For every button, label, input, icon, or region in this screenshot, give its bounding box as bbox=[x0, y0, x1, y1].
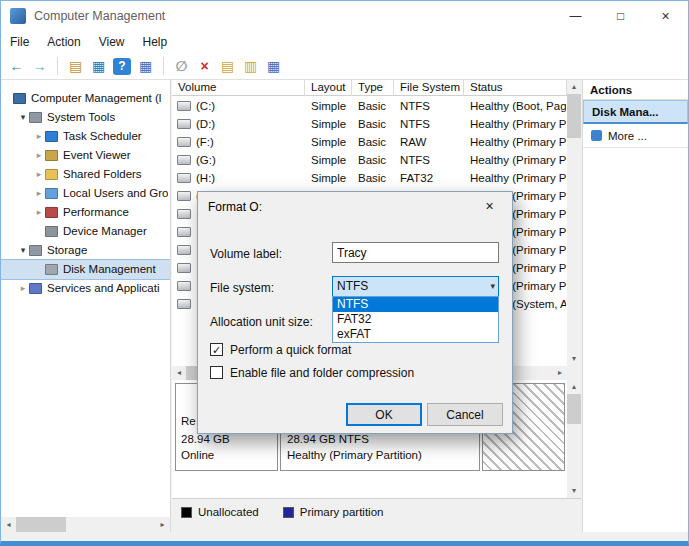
expand-arrow-icon[interactable]: ▸ bbox=[33, 146, 45, 165]
volume-label: (H:) bbox=[196, 169, 215, 187]
column-header-volume[interactable]: Volume bbox=[172, 80, 305, 96]
tree-item-system-tools[interactable]: ▾System Tools bbox=[1, 108, 171, 127]
volume-list-scrollbar[interactable]: ▴ ▾ bbox=[567, 80, 581, 366]
menu-action[interactable]: Action bbox=[38, 32, 89, 52]
menu-view[interactable]: View bbox=[90, 32, 134, 52]
export-list-icon[interactable]: ▤ bbox=[65, 57, 86, 76]
unchecked-checkbox[interactable] bbox=[210, 366, 223, 379]
computer-management-icon bbox=[10, 8, 26, 24]
expand-arrow-icon[interactable]: ▸ bbox=[33, 184, 45, 203]
maximize-button[interactable]: □ bbox=[598, 1, 643, 31]
ok-button[interactable]: OK bbox=[346, 403, 422, 426]
tree-item-performance[interactable]: ▸Performance bbox=[1, 203, 171, 222]
volume-row[interactable]: (C:)SimpleBasicNTFSHealthy (Boot, Page F bbox=[172, 97, 567, 115]
checked-checkbox[interactable]: ✓ bbox=[210, 343, 223, 356]
delete-volume-icon[interactable]: × bbox=[194, 57, 215, 76]
scroll-down-button[interactable]: ▾ bbox=[567, 352, 581, 366]
filesystem-option-exfat[interactable]: exFAT bbox=[333, 327, 498, 342]
help-icon[interactable]: ? bbox=[113, 58, 131, 75]
legend-item-unallocated: Unallocated bbox=[181, 506, 259, 518]
open-folder-icon[interactable]: ▤ bbox=[217, 57, 238, 76]
volume-label-label: Volume label: bbox=[210, 247, 282, 261]
scroll-left-button[interactable]: ◂ bbox=[1, 517, 16, 532]
partition-status: Healthy (Primary Partition) bbox=[287, 448, 422, 462]
performance-icon bbox=[45, 207, 58, 218]
forward-icon[interactable]: → bbox=[29, 57, 50, 76]
drive-icon bbox=[177, 191, 191, 201]
volume-row[interactable]: (H:)SimpleBasicFAT32Healthy (Primary Par… bbox=[172, 169, 567, 187]
tree-item-device-manager[interactable]: Device Manager bbox=[1, 222, 171, 241]
expand-arrow-icon[interactable]: ▸ bbox=[33, 165, 45, 184]
expand-arrow-icon[interactable]: ▸ bbox=[17, 279, 29, 298]
scroll-down-button[interactable]: ▾ bbox=[567, 484, 581, 498]
scroll-thumb[interactable] bbox=[567, 94, 581, 138]
action-item-disk-mana[interactable]: Disk Mana... bbox=[583, 100, 688, 124]
disk-management-icon bbox=[45, 264, 58, 275]
filesystem-option-ntfs[interactable]: NTFS bbox=[333, 297, 498, 312]
checkbox-row[interactable]: ✓Perform a quick format bbox=[210, 342, 414, 357]
menu-file[interactable]: File bbox=[1, 32, 38, 52]
file-system-combobox[interactable]: NTFS ▾ bbox=[332, 276, 499, 297]
expand-arrow-icon[interactable]: ▸ bbox=[33, 203, 45, 222]
tree-item-disk-management[interactable]: Disk Management bbox=[1, 260, 171, 279]
tree-item-event-viewer[interactable]: ▸Event Viewer bbox=[1, 146, 171, 165]
disk-view-scrollbar[interactable]: ▴ ▾ bbox=[567, 380, 581, 498]
type-cell: Basic bbox=[358, 115, 395, 133]
file-system-cell: RAW bbox=[400, 133, 465, 151]
scroll-up-button[interactable]: ▴ bbox=[567, 80, 581, 94]
type-cell: Basic bbox=[358, 169, 395, 187]
tree-item-computer-management-l[interactable]: Computer Management (l bbox=[1, 89, 171, 108]
filesystem-option-fat32[interactable]: FAT32 bbox=[333, 312, 498, 327]
file-system-label: File system: bbox=[210, 281, 274, 295]
scroll-right-button[interactable]: ▸ bbox=[155, 517, 170, 532]
status-cell: Healthy (Primary Part bbox=[470, 169, 566, 187]
tree-item-local-users-and-gro[interactable]: ▸Local Users and Gro bbox=[1, 184, 171, 203]
scroll-right-button[interactable]: ▸ bbox=[553, 366, 567, 380]
file-system-cell: FAT32 bbox=[400, 169, 465, 187]
action-item-label: More ... bbox=[608, 124, 647, 148]
drive-icon bbox=[177, 155, 191, 165]
tree-item-label: Event Viewer bbox=[63, 146, 131, 165]
collapse-arrow-icon[interactable]: ▾ bbox=[17, 108, 29, 127]
scroll-up-button[interactable]: ▴ bbox=[567, 380, 581, 394]
volume-row[interactable]: (D:)SimpleBasicNTFSHealthy (Primary Part bbox=[172, 115, 567, 133]
properties-icon[interactable]: ▦ bbox=[263, 57, 284, 76]
column-header-type[interactable]: Type bbox=[352, 80, 394, 96]
scroll-left-button[interactable]: ◂ bbox=[172, 366, 186, 380]
tree-item-services-and-applicati[interactable]: ▸Services and Applicati bbox=[1, 279, 171, 298]
action-item-more[interactable]: More ... bbox=[583, 124, 688, 148]
type-cell: Basic bbox=[358, 97, 395, 115]
tree-item-storage[interactable]: ▾Storage bbox=[1, 241, 171, 260]
type-cell: Basic bbox=[358, 151, 395, 169]
minimize-button[interactable]: — bbox=[553, 1, 598, 31]
no-action-icon[interactable]: ∅ bbox=[171, 57, 192, 76]
volume-row[interactable]: (F:)SimpleBasicRAWHealthy (Primary Part bbox=[172, 133, 567, 151]
column-header-status[interactable]: Status bbox=[464, 80, 567, 96]
volume-label: (C:) bbox=[196, 97, 215, 115]
volume-row[interactable]: (G:)SimpleBasicNTFSHealthy (Primary Part bbox=[172, 151, 567, 169]
close-button[interactable]: × bbox=[643, 1, 688, 31]
column-header-file-system[interactable]: File System bbox=[394, 80, 464, 96]
volume-cell: (F:) bbox=[177, 133, 303, 151]
column-header-layout[interactable]: Layout bbox=[305, 80, 352, 96]
tree-item-task-scheduler[interactable]: ▸Task Scheduler bbox=[1, 127, 171, 146]
scroll-thumb[interactable] bbox=[567, 394, 581, 424]
collapse-arrow-icon[interactable]: ▾ bbox=[17, 241, 29, 260]
volume-cell: (C:) bbox=[177, 97, 303, 115]
back-icon[interactable]: ← bbox=[6, 57, 27, 76]
console-tree-icon[interactable]: ▦ bbox=[88, 57, 109, 76]
menu-help[interactable]: Help bbox=[134, 32, 177, 52]
cancel-button[interactable]: Cancel bbox=[427, 403, 503, 426]
tree-item-label: Device Manager bbox=[63, 222, 147, 241]
dialog-close-button[interactable]: × bbox=[467, 192, 512, 221]
scroll-thumb[interactable] bbox=[16, 517, 66, 532]
action-pane-icon[interactable]: ▦ bbox=[135, 57, 156, 76]
tree-horizontal-scrollbar[interactable]: ◂ ▸ bbox=[1, 517, 170, 532]
checkbox-row[interactable]: Enable file and folder compression bbox=[210, 365, 414, 380]
drive-icon bbox=[177, 101, 191, 111]
expand-arrow-icon[interactable]: ▸ bbox=[33, 127, 45, 146]
tree-item-shared-folders[interactable]: ▸Shared Folders bbox=[1, 165, 171, 184]
volume-label-input[interactable] bbox=[332, 242, 499, 263]
explore-icon[interactable]: ▥ bbox=[240, 57, 261, 76]
console-tree: Computer Management (l▾System Tools▸Task… bbox=[1, 89, 171, 298]
